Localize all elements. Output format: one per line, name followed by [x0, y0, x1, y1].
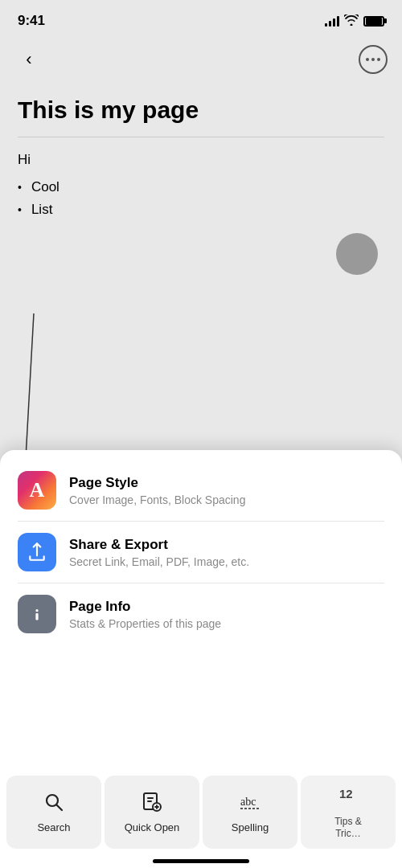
list-item: List: [18, 202, 384, 218]
wifi-icon: [344, 14, 359, 28]
bottom-toolbar: Search Quick Open: [0, 776, 402, 849]
menu-item-page-style[interactable]: A Page Style Cover Image, Fonts, Block S…: [0, 460, 402, 521]
share-export-text: Share & Export Secret Link, Email, PDF, …: [69, 537, 384, 568]
svg-line-4: [57, 805, 63, 810]
signal-icon: [325, 15, 339, 27]
sheet-inner: A Page Style Cover Image, Fonts, Block S…: [0, 450, 402, 645]
share-export-title: Share & Export: [69, 537, 384, 553]
home-indicator: [153, 859, 249, 863]
status-icons: [325, 14, 384, 28]
page-body-text: Hi: [18, 152, 384, 168]
share-export-subtitle: Secret Link, Email, PDF, Image, etc.: [69, 555, 384, 568]
spelling-label: Spelling: [232, 821, 269, 834]
svg-line-0: [26, 313, 34, 458]
toolbar-search[interactable]: Search: [6, 776, 101, 849]
page-content: This is my page Hi Cool List: [0, 80, 402, 218]
share-icon: [18, 533, 56, 571]
circle-button[interactable]: [336, 233, 378, 275]
search-icon: [43, 791, 65, 817]
toolbar-tips[interactable]: 12 Tips &Tric…: [301, 776, 396, 849]
status-time: 9:41: [18, 13, 45, 29]
page-divider: [18, 137, 384, 137]
page-style-letter: A: [30, 478, 45, 502]
search-label: Search: [37, 821, 70, 834]
spelling-icon: abc: [239, 791, 261, 817]
svg-text:12: 12: [339, 787, 353, 800]
svg-text:abc: abc: [240, 796, 256, 808]
back-chevron-icon: ‹: [26, 49, 31, 70]
quick-open-icon: [141, 791, 163, 817]
page-info-subtitle: Stats & Properties of this page: [69, 617, 384, 630]
sketch-area: [18, 313, 178, 458]
page-style-text: Page Style Cover Image, Fonts, Block Spa…: [69, 475, 384, 506]
bullet-list: Cool List: [18, 179, 384, 218]
svg-rect-2: [35, 613, 38, 620]
info-icon: [18, 595, 56, 633]
page-info-title: Page Info: [69, 599, 384, 615]
quick-open-label: Quick Open: [125, 821, 180, 834]
page-style-icon: A: [18, 471, 56, 510]
back-button[interactable]: ‹: [14, 45, 43, 74]
tips-icon: 12: [337, 785, 359, 811]
more-dots-icon: [366, 58, 380, 61]
battery-icon: [363, 16, 384, 27]
menu-item-share-export[interactable]: Share & Export Secret Link, Email, PDF, …: [0, 522, 402, 583]
status-bar: 9:41: [0, 0, 402, 39]
toolbar-spelling[interactable]: abc Spelling: [203, 776, 297, 849]
page-info-text: Page Info Stats & Properties of this pag…: [69, 599, 384, 630]
page-style-subtitle: Cover Image, Fonts, Block Spacing: [69, 493, 384, 506]
menu-item-page-info[interactable]: Page Info Stats & Properties of this pag…: [0, 583, 402, 645]
more-button[interactable]: [359, 45, 388, 74]
list-item: Cool: [18, 179, 384, 195]
svg-rect-7: [147, 800, 152, 802]
svg-point-1: [35, 609, 38, 612]
page-title: This is my page: [18, 96, 384, 124]
top-nav: ‹: [0, 39, 402, 80]
tips-label: Tips &Tric…: [334, 816, 362, 839]
bottom-sheet: A Page Style Cover Image, Fonts, Block S…: [0, 450, 402, 868]
page-style-title: Page Style: [69, 475, 384, 491]
toolbar-quick-open[interactable]: Quick Open: [105, 776, 199, 849]
svg-rect-6: [147, 797, 154, 799]
